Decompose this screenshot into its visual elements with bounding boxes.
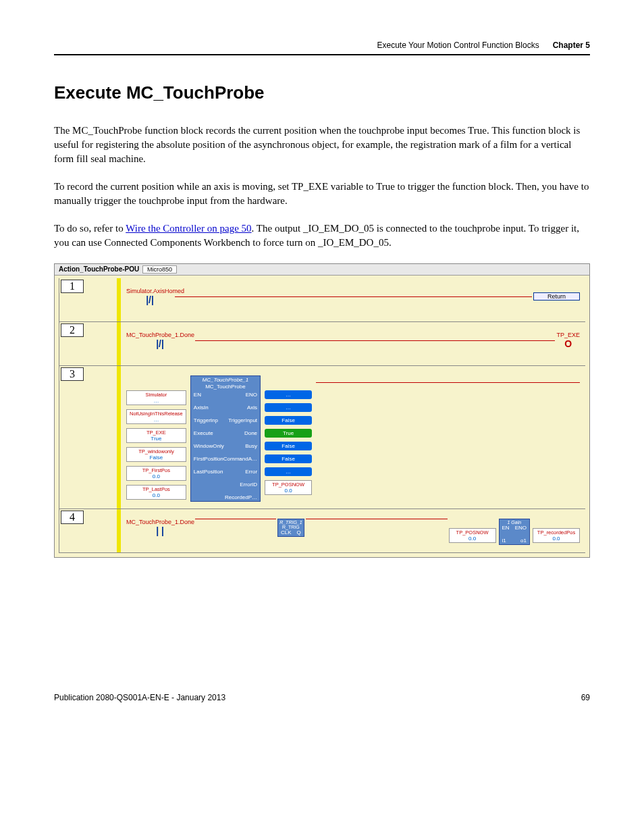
rung3-in-tpexe: TP_EXETrue [126, 428, 186, 443]
rung3-out-commandab: False [265, 442, 312, 450]
rung3-function-block: MC_TouchProbe_1 MC_TouchProbe ENENO Axis… [190, 375, 261, 502]
rung3-out-trigger: … [265, 403, 312, 412]
rung1-contact-label: Simulator.AxisHomed [126, 288, 173, 294]
rung4-contact-symbol: | | [126, 525, 194, 536]
rung2-coil-label: TP_EXE [556, 332, 580, 338]
rung2-contact-symbol: |/| [126, 338, 194, 349]
rung4-rtrig-block: R_TRIG_1 R_TRIG CLKQ [277, 519, 304, 537]
paragraph-3: To do so, refer to Wire the Controller o… [54, 221, 590, 250]
rung3-out-error: False [265, 454, 312, 463]
rung3-fb-instance: MC_TouchProbe_1 [191, 376, 260, 384]
ladder-diagram-frame: Action_TouchProbe-POU Micro850 1 Simulat… [54, 263, 590, 558]
footer-publication: Publication 2080-QS001A-EN-E - January 2… [54, 693, 225, 702]
rung4-gain-block: 1 Gain ENENO i1o1 [499, 519, 530, 545]
rung4-contact-label: MC_TouchProbe_1.Done [126, 519, 194, 525]
paragraph-3a: To do so, refer to [54, 223, 126, 234]
rung-1-number: 1 [61, 280, 84, 293]
page-footer: Publication 2080-QS001A-EN-E - January 2… [54, 693, 590, 702]
footer-page-number: 69 [581, 693, 590, 702]
rung3-in-lastpos: TP_LastPos0.0 [126, 485, 186, 500]
rung3-out-busy: True [265, 429, 312, 438]
ladder-tab-bar: Action_TouchProbe-POU Micro850 [55, 264, 589, 276]
rung-1: 1 Simulator.AxisHomed |/| Return [59, 278, 585, 322]
rung-3: 3 Simulator… NotUsingInThisRelease… TP_E… [59, 366, 585, 509]
rung-3-number: 3 [61, 367, 84, 381]
header-chapter: Chapter 5 [553, 41, 590, 50]
rung1-return-coil: Return [533, 292, 580, 301]
ladder-tab-title: Action_TouchProbe-POU [59, 265, 139, 273]
rung3-out-errorid: … [265, 467, 312, 476]
ladder-subtab[interactable]: Micro850 [142, 265, 177, 273]
rung1-contact-symbol: |/| [126, 294, 173, 305]
header-section: Execute Your Motion Control Function Blo… [377, 41, 539, 50]
rung4-inval: TP_POSNOW0.0 [449, 528, 496, 543]
rung-2: 2 MC_TouchProbe_1.Done |/| TP_EXE O [59, 322, 585, 366]
page-header: Execute Your Motion Control Function Blo… [54, 41, 590, 55]
rung3-in-windowonly: TP_windowonlyFalse [126, 447, 186, 462]
rung3-in-simulator: Simulator… [126, 390, 186, 405]
rung-4: 4 MC_TouchProbe_1.Done | | R_TRIG_1 R_TR… [59, 509, 585, 553]
ladder-canvas: 1 Simulator.AxisHomed |/| Return 2 [55, 276, 589, 557]
paragraph-1: The MC_TouchProbe function block records… [54, 124, 590, 166]
rung3-fb-type: MC_TouchProbe [191, 384, 260, 391]
rung3-in-notusing: NotUsingInThisRelease… [126, 409, 186, 424]
rung-2-number: 2 [61, 323, 84, 337]
rung3-out-axis: … [265, 390, 312, 399]
rung-4-number: 4 [61, 511, 84, 524]
rung2-contact-label: MC_TouchProbe_1.Done [126, 332, 194, 338]
rung3-in-firstpos: TP_FirstPos0.0 [126, 466, 186, 481]
rung4-outval: TP_recordedPos0.0 [533, 528, 580, 543]
paragraph-2: To record the current position while an … [54, 180, 590, 208]
wire-controller-link[interactable]: Wire the Controller on page 50 [126, 223, 251, 234]
rung3-out-done: False [265, 416, 312, 425]
rung2-coil-symbol: O [556, 338, 580, 349]
rung3-out-recorded: TP_POSNOW0.0 [265, 480, 312, 495]
page-title: Execute MC_TouchProbe [54, 82, 590, 103]
